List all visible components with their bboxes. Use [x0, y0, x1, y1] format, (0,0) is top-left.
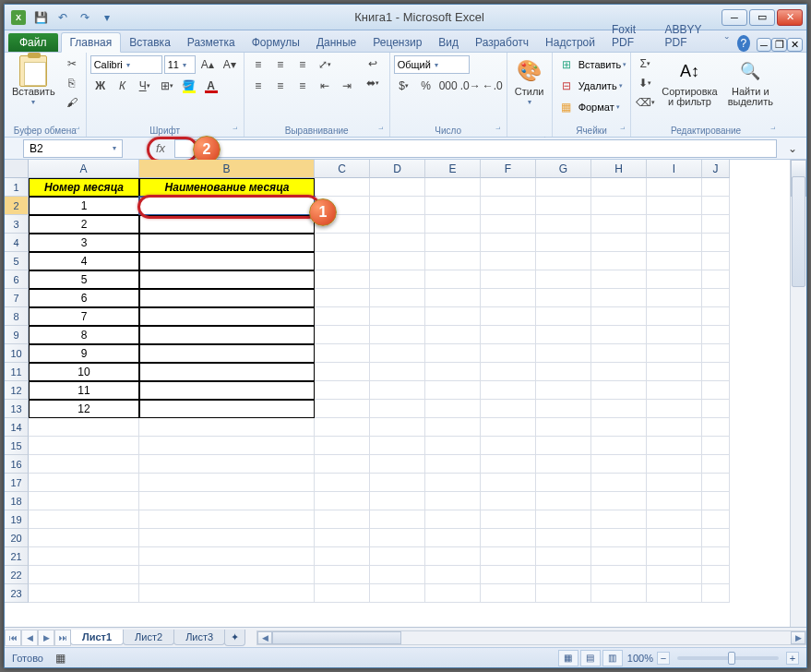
cell-A17[interactable]: [29, 474, 139, 492]
column-header-D[interactable]: D: [370, 160, 425, 178]
cell-G18[interactable]: [536, 492, 591, 510]
autosum-button[interactable]: Σ▾: [635, 54, 655, 73]
cell-E9[interactable]: [425, 326, 481, 344]
cell-D6[interactable]: [370, 270, 425, 289]
cell-G4[interactable]: [536, 234, 591, 252]
cell-A15[interactable]: [29, 437, 139, 455]
cell-B5[interactable]: [139, 252, 315, 270]
cell-C15[interactable]: [315, 437, 370, 455]
cell-C9[interactable]: [315, 326, 370, 344]
cell-I22[interactable]: [647, 566, 702, 584]
cell-J2[interactable]: [702, 197, 730, 215]
cell-F17[interactable]: [481, 474, 536, 492]
cell-G16[interactable]: [536, 455, 591, 474]
cell-C7[interactable]: [315, 289, 370, 307]
cell-B19[interactable]: [139, 510, 315, 529]
cell-D18[interactable]: [370, 492, 425, 510]
underline-button[interactable]: Ч▾: [135, 77, 155, 95]
tab-developer[interactable]: Разработч: [467, 33, 537, 52]
percent-button[interactable]: %: [416, 77, 436, 95]
cell-F21[interactable]: [481, 547, 536, 566]
cell-I14[interactable]: [647, 418, 702, 437]
wrap-text-button[interactable]: ↩: [360, 54, 386, 73]
zoom-slider[interactable]: [677, 656, 779, 660]
cell-H13[interactable]: [591, 400, 647, 418]
cell-F6[interactable]: [481, 270, 536, 289]
cell-A23[interactable]: [29, 584, 139, 603]
cell-D16[interactable]: [370, 455, 425, 474]
cell-I6[interactable]: [647, 270, 702, 289]
cell-B13[interactable]: [139, 400, 315, 418]
cell-D13[interactable]: [370, 400, 425, 418]
cell-G9[interactable]: [536, 326, 591, 344]
cell-E17[interactable]: [425, 474, 481, 492]
cell-E18[interactable]: [425, 492, 481, 510]
row-header-7[interactable]: 7: [5, 289, 29, 307]
cell-H16[interactable]: [591, 455, 647, 474]
cell-G7[interactable]: [536, 289, 591, 307]
cell-F22[interactable]: [481, 566, 536, 584]
align-top-button[interactable]: ≡: [248, 55, 268, 74]
cell-G10[interactable]: [536, 344, 591, 363]
cell-I15[interactable]: [647, 437, 702, 455]
cell-E3[interactable]: [425, 215, 481, 234]
row-header-23[interactable]: 23: [5, 584, 29, 603]
cell-G19[interactable]: [536, 510, 591, 529]
cell-D22[interactable]: [370, 566, 425, 584]
tab-addins[interactable]: Надстрой: [537, 33, 603, 52]
cell-J13[interactable]: [702, 400, 730, 418]
sheet-tab-1[interactable]: Лист1: [70, 630, 124, 645]
cell-B10[interactable]: [139, 344, 315, 363]
cell-C22[interactable]: [315, 566, 370, 584]
cell-I21[interactable]: [647, 547, 702, 566]
cell-H11[interactable]: [591, 363, 647, 381]
cell-F14[interactable]: [481, 418, 536, 437]
cell-E6[interactable]: [425, 270, 481, 289]
column-header-G[interactable]: G: [536, 160, 591, 178]
cell-J19[interactable]: [702, 510, 730, 529]
sort-filter-button[interactable]: A↕ Сортировка и фильтр: [658, 54, 721, 109]
cell-B16[interactable]: [139, 455, 315, 474]
cell-C14[interactable]: [315, 418, 370, 437]
row-header-5[interactable]: 5: [5, 252, 29, 270]
cell-H22[interactable]: [591, 566, 647, 584]
row-header-3[interactable]: 3: [5, 215, 29, 234]
cell-C5[interactable]: [315, 252, 370, 270]
cell-D23[interactable]: [370, 584, 425, 603]
cell-F23[interactable]: [481, 584, 536, 603]
cell-C10[interactable]: [315, 344, 370, 363]
tab-formulas[interactable]: Формулы: [244, 33, 308, 52]
number-format-combo[interactable]: Общий▾: [394, 55, 470, 74]
italic-button[interactable]: К: [113, 77, 133, 95]
sheet-nav-next[interactable]: ▶: [38, 630, 54, 646]
redo-button[interactable]: ↷: [75, 7, 95, 28]
cell-B23[interactable]: [139, 584, 315, 603]
cell-F18[interactable]: [481, 492, 536, 510]
cell-I7[interactable]: [647, 289, 702, 307]
page-break-view-button[interactable]: ▥: [602, 650, 623, 666]
cell-B1[interactable]: Наименование месяца: [139, 178, 315, 197]
cell-J3[interactable]: [702, 215, 730, 234]
cell-J15[interactable]: [702, 437, 730, 455]
cell-D5[interactable]: [370, 252, 425, 270]
grow-font-button[interactable]: A▴: [197, 55, 218, 74]
tab-insert[interactable]: Вставка: [121, 33, 179, 52]
cell-B2[interactable]: [139, 197, 315, 215]
hscroll-left[interactable]: ◀: [257, 631, 272, 644]
cell-E12[interactable]: [425, 381, 481, 400]
cell-E19[interactable]: [425, 510, 481, 529]
cell-J7[interactable]: [702, 289, 730, 307]
row-header-19[interactable]: 19: [5, 510, 29, 529]
minimize-ribbon-button[interactable]: ˇ: [719, 33, 734, 52]
cell-B12[interactable]: [139, 381, 315, 400]
cell-F3[interactable]: [481, 215, 536, 234]
expand-formula-bar-button[interactable]: ⌄: [782, 139, 803, 158]
cell-I19[interactable]: [647, 510, 702, 529]
cell-C11[interactable]: [315, 363, 370, 381]
cell-I10[interactable]: [647, 344, 702, 363]
fill-color-button[interactable]: 🪣: [179, 77, 199, 95]
cell-I1[interactable]: [647, 178, 702, 197]
sheet-nav-prev[interactable]: ◀: [21, 630, 38, 646]
cell-H6[interactable]: [591, 270, 647, 289]
cell-E20[interactable]: [425, 529, 481, 547]
